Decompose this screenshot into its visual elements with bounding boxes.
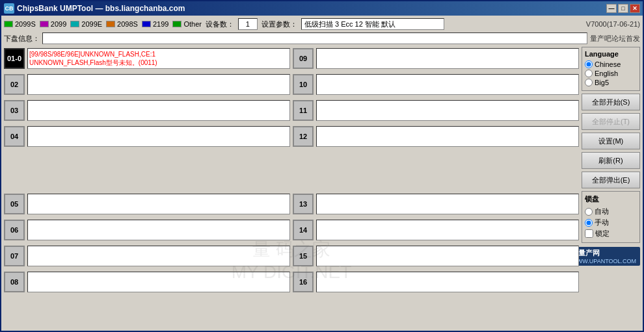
legend-color-2099 — [40, 21, 49, 27]
radio-manual[interactable]: 手动 — [585, 218, 637, 227]
slot-number-04: 04 — [4, 126, 25, 147]
minimize-button[interactable]: — — [606, 4, 617, 13]
legend-other: Other — [172, 20, 202, 28]
version-text: V7000(17-06-21) — [586, 20, 640, 28]
radio-big5-input[interactable] — [585, 79, 593, 86]
info-input[interactable] — [42, 32, 587, 44]
slot-14: 14 — [293, 218, 579, 242]
legend-label-2199: 2199 — [153, 20, 168, 28]
slot-bar-03 — [27, 100, 290, 121]
legend-color-other — [172, 21, 181, 27]
slot-05: 05 — [4, 192, 290, 216]
slot-13: 13 — [293, 192, 579, 216]
maximize-button[interactable]: □ — [618, 4, 628, 13]
info-bar: 下盘信息： 量产吧论坛首发 — [4, 32, 640, 44]
radio-auto[interactable]: 自动 — [585, 207, 637, 216]
legend-label-2099: 2099 — [51, 20, 66, 28]
legend-color-2098s — [106, 21, 115, 27]
radio-manual-label: 手动 — [595, 218, 609, 227]
slot-12: 12 — [293, 125, 579, 148]
stop-all-button[interactable]: 全部停止(T) — [582, 113, 640, 130]
logo-text-area: 盘量产网 WWW.UPANTOOL.COM — [571, 248, 636, 264]
radio-manual-input[interactable] — [585, 219, 593, 227]
right-bottom-slots: 13 14 15 16 — [293, 192, 579, 329]
refresh-button[interactable]: 刷新(R) — [582, 152, 640, 169]
slot-number-16: 16 — [293, 272, 314, 292]
slot-bar-07 — [27, 246, 290, 266]
separator — [4, 186, 579, 190]
device-count-input[interactable] — [238, 18, 258, 30]
slot-11: 11 — [293, 99, 579, 122]
slot-09: 09 — [293, 47, 579, 70]
legend-label-2098s: 2098S — [117, 20, 138, 28]
radio-english[interactable]: English — [585, 70, 637, 77]
slot-15: 15 — [293, 244, 579, 268]
legend-label-2099e: 2099E — [81, 20, 102, 28]
slot-06: 06 — [4, 218, 290, 242]
lock-group: 锁盘 自动 手动 锁定 — [582, 191, 640, 243]
legend-color-2099e — [70, 21, 79, 27]
slot-number-13: 13 — [293, 194, 314, 214]
slot-number-07: 07 — [4, 246, 25, 266]
slot-07: 07 — [4, 244, 290, 268]
bottom-logo: U 盘量产网 WWW.UPANTOOL.COM — [582, 247, 640, 266]
settings-input[interactable] — [301, 18, 444, 30]
start-all-button[interactable]: 全部开始(S) — [582, 94, 640, 110]
lock-checkbox-input[interactable] — [585, 229, 593, 238]
slot-03: 03 — [4, 99, 290, 122]
legend-color-2099s — [4, 21, 13, 27]
slot-bar-02 — [27, 74, 290, 95]
legend-color-2199 — [142, 21, 151, 27]
settings-button[interactable]: 设置(M) — [582, 133, 640, 149]
slot-10: 10 — [293, 73, 579, 96]
slot-16: 16 — [293, 270, 579, 294]
slot-bar-11 — [316, 100, 579, 121]
legend-label-other: Other — [183, 20, 202, 28]
bottom-slots-row: 量 码之家MY DIGIT.NET 05 06 07 — [4, 192, 579, 329]
legend-2099e: 2099E — [70, 20, 102, 28]
slot-number-03: 03 — [4, 100, 25, 121]
radio-big5[interactable]: Big5 — [585, 79, 637, 86]
main-area: 01-0 [99/98S/98E/96E]UNKNOWN_FLASH,CE:1U… — [4, 47, 640, 328]
slot-number-01: 01-0 — [4, 48, 25, 69]
slot-bar-15 — [316, 246, 579, 266]
checkbox-lock[interactable]: 锁定 — [585, 229, 637, 238]
app-icon: CB — [4, 3, 14, 14]
slot-number-06: 06 — [4, 220, 25, 240]
slot-bar-14 — [316, 220, 579, 240]
slot-01: 01-0 [99/98S/98E/96E]UNKNOWN_FLASH,CE:1U… — [4, 47, 290, 70]
top-slots-row: 01-0 [99/98S/98E/96E]UNKNOWN_FLASH,CE:1U… — [4, 47, 579, 183]
slot-02: 02 — [4, 73, 290, 96]
left-bottom-slots: 05 06 07 08 — [4, 192, 290, 329]
eject-all-button[interactable]: 全部弹出(E) — [582, 172, 640, 188]
close-button[interactable]: ✕ — [630, 4, 640, 13]
slot-bar-01: [99/98S/98E/96E]UNKNOWN_FLASH,CE:1UNKNOW… — [27, 48, 290, 69]
slot-number-11: 11 — [293, 100, 314, 121]
left-top-slots: 01-0 [99/98S/98E/96E]UNKNOWN_FLASH,CE:1U… — [4, 47, 290, 183]
slot-bar-06 — [27, 220, 290, 240]
slot-bar-05 — [27, 194, 290, 214]
slot-08: 08 — [4, 270, 290, 294]
radio-auto-input[interactable] — [585, 208, 593, 216]
slot-number-02: 02 — [4, 74, 25, 95]
slot-number-12: 12 — [293, 126, 314, 147]
legend-2098s: 2098S — [106, 20, 138, 28]
legend-2199: 2199 — [142, 20, 168, 28]
radio-chinese[interactable]: Chinese — [585, 60, 637, 68]
slots-area: 01-0 [99/98S/98E/96E]UNKNOWN_FLASH,CE:1U… — [4, 47, 579, 328]
legend-label-2099s: 2099S — [15, 20, 36, 28]
slot-bar-12 — [316, 126, 579, 147]
slot-bar-09 — [316, 48, 579, 69]
radio-english-input[interactable] — [585, 70, 593, 77]
radio-chinese-label: Chinese — [595, 60, 621, 68]
sidebar: Language Chinese English Big5 全部 — [582, 47, 640, 328]
right-top-slots: 09 10 11 12 — [293, 47, 579, 183]
slot-number-08: 08 — [4, 272, 25, 292]
slot-number-09: 09 — [293, 48, 314, 69]
slot-04: 04 — [4, 125, 290, 148]
main-window: CB ChipsBank UMPTool — bbs.liangchanba.c… — [0, 0, 644, 332]
forum-text: 量产吧论坛首发 — [590, 34, 640, 44]
logo-main-text: 盘量产网 — [571, 248, 636, 258]
slot-bar-10 — [316, 74, 579, 95]
radio-chinese-input[interactable] — [585, 60, 593, 68]
